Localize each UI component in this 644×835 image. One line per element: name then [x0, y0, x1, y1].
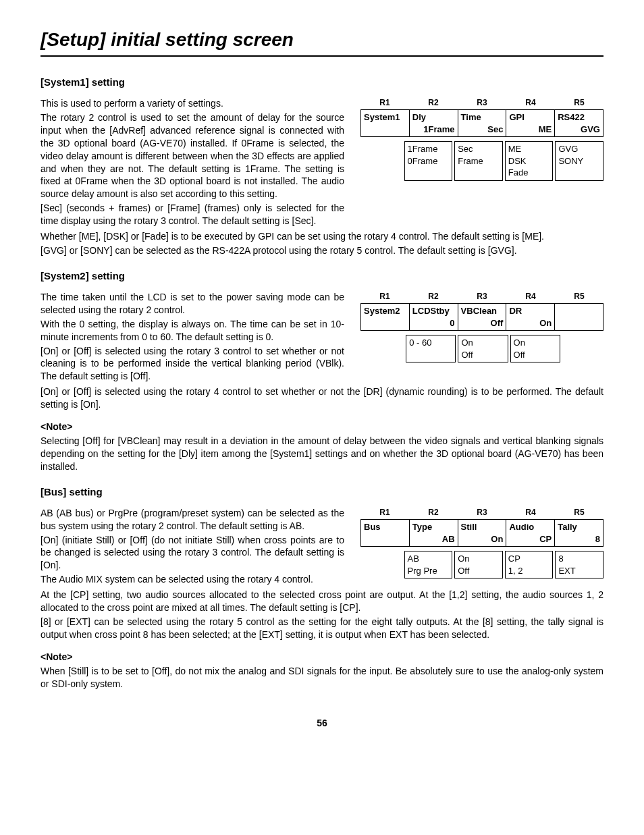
system2-p2: With the 0 setting, the display is alway…	[41, 318, 344, 344]
system1-row: System1 Dly1Frame TimeSec GPIME RS422GVG	[360, 109, 603, 137]
system1-p4: [GVG] or [SONY] can be selected as the R…	[41, 244, 603, 257]
bus-options: ABPrg Pre OnOff CP1, 2 8EXT	[360, 551, 603, 578]
bus-p3: The Audio MIX system can be selected usi…	[41, 573, 344, 586]
page-title: [Setup] initial setting screen	[41, 27, 603, 57]
system2-p3: [On] or [Off] is selected using the rota…	[41, 345, 344, 383]
system2-p4: [On] or [Off] is selected using the rota…	[41, 385, 603, 411]
system1-p3: Whether [ME], [DSK] or [Fade] is to be e…	[41, 230, 603, 243]
bus-heading: [Bus] setting	[41, 485, 603, 499]
system1-intro: This is used to perform a variety of set…	[41, 97, 344, 110]
system2-note-label: <Note>	[41, 421, 603, 433]
system1-p1: The rotary 2 control is used to set the …	[41, 111, 344, 200]
bus-note-label: <Note>	[41, 651, 603, 664]
system2-note: Selecting [Off] for [VBClean] may result…	[41, 435, 603, 473]
system1-options: 1Frame0Frame SecFrame MEDSKFade GVGSONY	[360, 141, 603, 181]
bus-note: When [Still] is to be set to [Off], do n…	[41, 665, 603, 691]
bus-p2: [On] (initiate Still) or [Off] (do not i…	[41, 534, 344, 572]
system2-heading: [System2] setting	[41, 269, 603, 283]
bus-p5: [8] or [EXT] can be selected using the r…	[41, 616, 603, 641]
page-number: 56	[41, 717, 603, 730]
system2-p1: The time taken until the LCD is set to t…	[41, 291, 344, 317]
bus-p1: AB (AB bus) or PrgPre (program/preset sy…	[41, 507, 344, 533]
system1-heading: [System1] setting	[41, 76, 603, 89]
rotary-labels: R1R2R3R4R5	[360, 97, 603, 108]
system1-p2: [Sec] (seconds + frames) or [Frame] (fra…	[41, 202, 344, 227]
bus-row: Bus TypeAB StillOn AudioCP Tally8	[360, 519, 603, 547]
system2-options: 0 - 60 OnOff OnOff	[360, 335, 603, 362]
system2-row: System2 LCDStby0 VBCleanOff DROn	[360, 303, 603, 331]
bus-p4: At the [CP] setting, two audio sources a…	[41, 589, 603, 614]
rotary-labels: R1R2R3R4R5	[360, 291, 603, 302]
rotary-labels: R1R2R3R4R5	[360, 507, 603, 518]
